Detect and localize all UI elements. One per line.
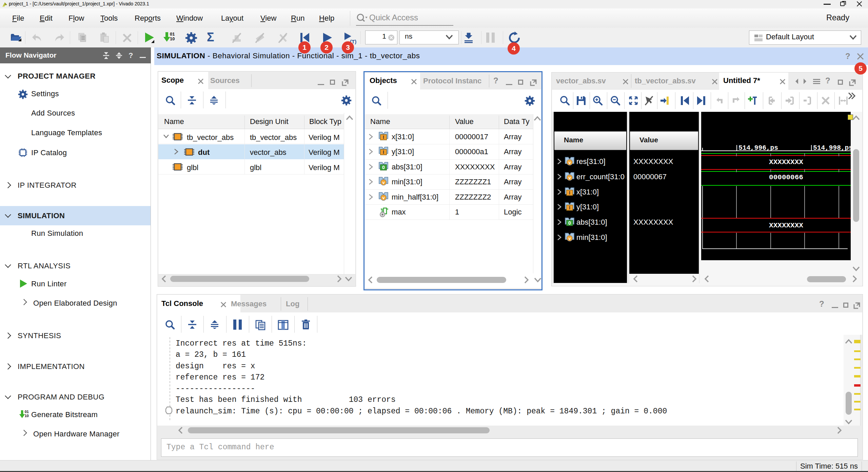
- svg-text:01: 01: [25, 410, 29, 414]
- svg-text:01: 01: [170, 32, 175, 37]
- svg-text:10: 10: [170, 36, 175, 41]
- svg-text:10: 10: [25, 414, 29, 418]
